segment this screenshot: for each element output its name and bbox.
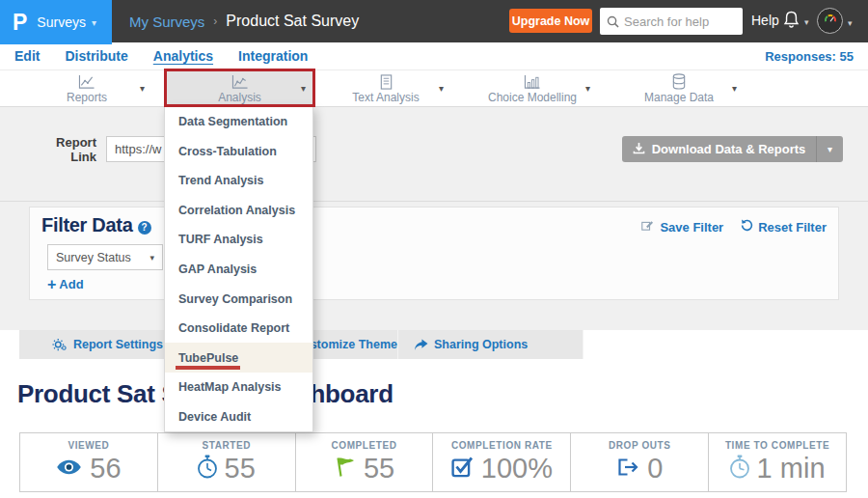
proprofs-logo: P: [13, 9, 27, 36]
menu-item-gap-analysis[interactable]: GAP Analysis: [165, 255, 312, 285]
menu-item-trend-analysis[interactable]: Trend Analysis: [165, 166, 312, 196]
annotation-red-underline: [176, 366, 240, 370]
nav-tab-analytics[interactable]: Analytics: [153, 48, 213, 64]
menu-item-cross-tabulation[interactable]: Cross-Tabulation: [165, 137, 312, 167]
stats-summary-row: VIEWED 56 STARTED 55 COMPLETED 55 COMPLE…: [19, 432, 847, 492]
divider: [0, 201, 868, 202]
document-icon: [379, 74, 393, 90]
eye-icon: [56, 458, 82, 480]
menu-item-turf-analysis[interactable]: TURF Analysis: [165, 225, 312, 255]
save-filter-button[interactable]: Save Filter: [641, 219, 723, 235]
toolbar-button-text-analysis[interactable]: Text Analysis ▾: [318, 70, 453, 107]
nav-tab-integration[interactable]: Integration: [238, 48, 308, 64]
toolbar-button-manage-data[interactable]: Manage Data ▾: [611, 70, 746, 107]
download-data-reports-button[interactable]: Download Data & Reports ▾: [622, 136, 843, 162]
filter-data-title: Filter Data: [41, 214, 133, 236]
checkbox-icon: [451, 456, 474, 482]
stat-card-viewed: VIEWED 56: [20, 433, 158, 491]
dropout-icon: [616, 456, 639, 482]
top-bar: My Surveys › Product Sat Survey Upgrade …: [0, 0, 868, 42]
toolbar-button-choice-modelling[interactable]: Choice Modelling ▾: [465, 70, 600, 107]
download-icon: [633, 142, 645, 157]
chart-line-icon: [77, 74, 96, 90]
stat-card-completion-rate: COMPLETION RATE 100%: [433, 433, 571, 491]
share-icon: [414, 339, 428, 351]
filter-data-panel: Filter Data ? Survey Status ▾ + Add Save…: [29, 207, 839, 300]
help-link[interactable]: Help: [751, 13, 779, 28]
chevron-down-icon: ▾: [439, 83, 444, 94]
gauge-icon: [822, 11, 839, 32]
responses-count[interactable]: Responses: 55: [765, 49, 854, 64]
nav-tab-distribute[interactable]: Distribute: [65, 48, 127, 64]
help-search-box[interactable]: [600, 8, 743, 35]
chevron-down-icon: ▾: [92, 17, 96, 28]
analysis-dropdown-menu: Data SegmentationCross-TabulationTrend A…: [164, 106, 313, 432]
chevron-down-icon: ▾: [301, 83, 306, 94]
download-options-caret[interactable]: ▾: [816, 136, 843, 162]
survey-status-select[interactable]: Survey Status ▾: [47, 244, 163, 270]
breadcrumb: My Surveys › Product Sat Survey: [129, 0, 359, 42]
avatar[interactable]: [817, 8, 843, 34]
menu-item-tubepulse[interactable]: TubePulse: [165, 343, 312, 373]
pencil-square-icon: [641, 219, 655, 235]
stopwatch-icon: [198, 455, 217, 483]
stat-card-completed: COMPLETED 55: [296, 433, 434, 491]
app-name-label: Surveys: [37, 14, 86, 30]
chart-analysis-icon: [231, 74, 250, 90]
breadcrumb-my-surveys[interactable]: My Surveys: [129, 14, 204, 30]
timer-icon: [730, 455, 749, 483]
upgrade-now-button[interactable]: Upgrade Now: [509, 9, 592, 33]
chevron-down-icon: ▾: [585, 83, 590, 94]
stat-card-drop-outs: DROP OUTS 0: [571, 433, 709, 491]
chevron-down-icon: ▾: [149, 253, 154, 263]
add-filter-button[interactable]: + Add: [47, 277, 84, 291]
tab-sharing-options[interactable]: Sharing Options: [398, 330, 583, 359]
flag-icon: [334, 456, 356, 482]
surveys-app-switcher[interactable]: P Surveys ▾: [0, 0, 112, 44]
toolbar-button-analysis[interactable]: Analysis ▾: [164, 70, 315, 107]
report-link-label: Report Link: [39, 135, 96, 164]
search-icon: [607, 15, 619, 28]
search-input[interactable]: [624, 14, 734, 29]
reset-filter-button[interactable]: Reset Filter: [741, 219, 827, 235]
help-question-icon[interactable]: ?: [138, 221, 151, 235]
chevron-down-icon[interactable]: ▾: [848, 18, 853, 28]
menu-item-data-segmentation[interactable]: Data Segmentation: [165, 107, 312, 137]
menu-item-device-audit[interactable]: Device Audit: [165, 401, 312, 431]
chart-bars-icon: [523, 74, 542, 90]
toolbar-button-reports[interactable]: Reports ▾: [19, 70, 154, 107]
analytics-toolbar: Reports ▾ Analysis ▾ Text Analysis ▾ Cho…: [0, 69, 868, 107]
stat-card-time-to-complete: TIME TO COMPLETE 1 min: [709, 433, 846, 491]
nav-tab-edit[interactable]: Edit: [14, 48, 40, 64]
notifications-control[interactable]: ▾: [782, 10, 809, 34]
breadcrumb-current-survey: Product Sat Survey: [226, 13, 359, 30]
section-nav: EditDistributeAnalyticsIntegration Respo…: [0, 42, 868, 69]
menu-item-consolidate-report[interactable]: Consolidate Report: [165, 314, 312, 344]
chevron-down-icon: ▾: [140, 83, 145, 94]
bell-icon: [782, 10, 800, 34]
reset-icon: [741, 219, 753, 235]
menu-item-survey-comparison[interactable]: Survey Comparison: [165, 284, 312, 314]
menu-item-heatmap-analysis[interactable]: HeatMap Analysis: [165, 373, 312, 402]
chevron-down-icon: ▾: [804, 17, 809, 27]
plus-icon: +: [47, 278, 56, 291]
breadcrumb-separator: ›: [213, 14, 217, 28]
menu-item-correlation-analysis[interactable]: Correlation Analysis: [165, 196, 312, 226]
app-root: My Surveys › Product Sat Survey Upgrade …: [0, 0, 868, 498]
gears-icon: [52, 338, 68, 351]
database-icon: [671, 74, 687, 90]
stat-card-started: STARTED 55: [158, 433, 296, 491]
chevron-down-icon: ▾: [732, 83, 737, 94]
